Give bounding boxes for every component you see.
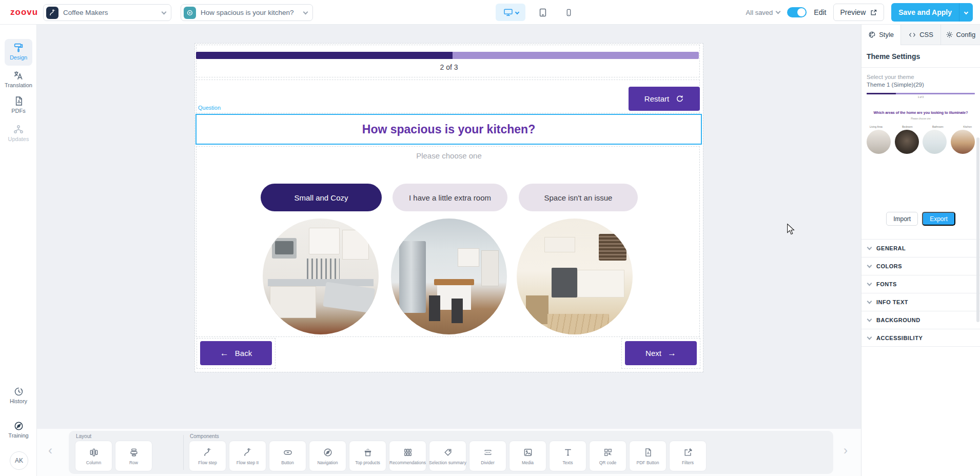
option-little-extra-room[interactable]: I have a little extra room	[393, 184, 507, 211]
accordion-colors[interactable]: COLORS	[861, 257, 980, 275]
panel-tabs: Style CSS Config	[861, 25, 980, 45]
accordion-background[interactable]: BACKGROUND	[861, 311, 980, 329]
sidebar-item-updates[interactable]: Updates	[0, 124, 37, 142]
tab-style[interactable]: Style	[861, 25, 900, 45]
toolbar-item-flow-step[interactable]: Flow step	[189, 441, 226, 471]
toolbar-item-filters[interactable]: Filters	[669, 441, 707, 471]
toolbar-item-qr-code[interactable]: QR code	[589, 441, 626, 471]
next-button[interactable]: Next →	[625, 341, 697, 365]
device-desktop-button[interactable]	[496, 4, 525, 21]
design-workspace: 2 of 3 Restart Question How spacious is …	[37, 25, 861, 476]
accordion-label: COLORS	[876, 263, 902, 269]
toolbar-item-label: Divider	[481, 460, 494, 465]
toolbar-item-pdf-button[interactable]: PDF Button	[629, 441, 667, 471]
media-image-icon	[523, 447, 533, 458]
user-avatar[interactable]: AK	[10, 451, 28, 470]
accordion-label: GENERAL	[876, 245, 906, 251]
sidebar-item-translation[interactable]: Translation	[0, 70, 37, 88]
kitchen-photo-medium[interactable]	[391, 219, 507, 334]
edit-mode-toggle[interactable]	[787, 7, 807, 17]
sidebar-item-label: PDFs	[0, 108, 37, 114]
panel-scrollbar[interactable]	[976, 137, 979, 322]
top-bar: zoovu Coffee Makers How spacious is your…	[0, 0, 980, 25]
navigation-compass-icon	[323, 447, 333, 458]
flow-step-icon	[203, 447, 213, 458]
device-mobile-button[interactable]	[557, 4, 580, 21]
accordion-fonts[interactable]: FONTS	[861, 275, 980, 293]
kitchen-photo-large[interactable]	[517, 219, 633, 334]
edit-filters-icon	[683, 447, 693, 458]
tab-css[interactable]: CSS	[900, 25, 940, 45]
preview-button[interactable]: Preview	[833, 4, 884, 21]
sidebar-item-training[interactable]: Training	[0, 421, 37, 439]
save-status[interactable]: All saved	[746, 9, 780, 16]
theme-sections: GENERAL COLORS FONTS INFO TEXT BACKGROUN…	[861, 239, 980, 347]
sidebar-item-history[interactable]: History	[0, 386, 37, 404]
option-small-and-cozy[interactable]: Small and Cozy	[261, 184, 382, 211]
sidebar-item-label: Translation	[0, 82, 37, 88]
desktop-icon	[503, 7, 514, 17]
toolbar-item-navigation[interactable]: Navigation	[309, 441, 346, 471]
text-icon	[563, 447, 573, 458]
toolbar-item-flow-step-2[interactable]: Flow step II	[229, 441, 266, 471]
theme-select-value[interactable]: Theme 1 (Simple)(29)	[867, 82, 975, 88]
question-icon	[184, 7, 196, 19]
group-divider	[183, 435, 184, 470]
mini-option-label: Bedroom	[902, 125, 912, 128]
toolbar-item-selection-summary[interactable]: Selection summary	[429, 441, 466, 471]
accordion-general[interactable]: GENERAL	[861, 239, 980, 257]
toolbar-item-top-products[interactable]: Top products	[349, 441, 386, 471]
pdf-button-icon	[643, 447, 653, 458]
save-and-apply-label: Save and Apply	[891, 8, 959, 16]
restart-block[interactable]	[196, 80, 700, 113]
style-panel: Style CSS Config Theme Settings Select y…	[861, 25, 980, 476]
theme-preview-thumbnail[interactable]: 1 of 3 Which areas of the home are you l…	[867, 93, 975, 180]
export-button[interactable]: Export	[922, 212, 955, 226]
mini-progress-label: 1 of 3	[867, 96, 975, 98]
component-toolbar: Layout Column Row Components	[69, 431, 833, 474]
sidebar-item-design[interactable]: Design	[0, 42, 37, 61]
save-options-caret[interactable]	[959, 3, 973, 22]
toolbar-item-label: Navigation	[317, 460, 338, 465]
back-button[interactable]: ← Back	[200, 341, 272, 365]
toolbar-item-column[interactable]: Column	[75, 441, 112, 471]
toolbar-item-divider[interactable]: Divider	[469, 441, 506, 471]
toolbar-item-media[interactable]: Media	[509, 441, 546, 471]
panel-heading: Theme Settings	[861, 52, 980, 68]
column-icon	[89, 447, 99, 458]
import-button[interactable]: Import	[886, 212, 918, 226]
step-dropdown[interactable]: How spacious is your kitchen?	[181, 4, 313, 21]
mini-option-labels: Living Area Bedroom Bathroom Kitchen	[867, 125, 975, 128]
option-space-isnt-an-issue[interactable]: Space isn't an issue	[519, 184, 638, 211]
tablet-icon	[538, 7, 548, 18]
toolbar-item-texts[interactable]: Texts	[549, 441, 586, 471]
restart-button[interactable]: Restart	[629, 87, 700, 111]
toolbar-item-recommendations[interactable]: Recommendations	[389, 441, 426, 471]
refresh-icon	[675, 94, 684, 103]
tab-label: CSS	[919, 31, 933, 38]
toolbar-item-row[interactable]: Row	[115, 441, 152, 471]
tab-config[interactable]: Config	[940, 25, 980, 45]
code-icon	[908, 31, 916, 38]
toolbar-scroll-left[interactable]: ‹	[48, 443, 52, 458]
accordion-accessibility[interactable]: ACCESSIBILITY	[861, 329, 980, 347]
mini-option-label: Living Area	[870, 125, 883, 128]
theme-select-label: Select your theme	[867, 74, 975, 80]
kitchen-photo-small[interactable]	[263, 219, 379, 334]
zoovu-logo: zoovu	[10, 7, 38, 17]
sidebar-item-pdfs[interactable]: PDFs	[0, 95, 37, 114]
top-products-icon	[363, 447, 373, 458]
toolbar-scroll-right[interactable]: ›	[844, 443, 848, 458]
project-dropdown[interactable]: Coffee Makers	[43, 4, 171, 21]
palette-icon	[868, 31, 876, 38]
mini-question-title: Which areas of the home are you looking …	[867, 111, 975, 114]
toolbar-item-button[interactable]: Button	[269, 441, 306, 471]
device-tablet-button[interactable]	[532, 4, 554, 21]
progress-block[interactable]	[196, 45, 700, 77]
question-title: How spacious is your kitchen?	[362, 123, 535, 136]
question-title-box[interactable]: How spacious is your kitchen?	[195, 114, 702, 145]
save-and-apply-button[interactable]: Save and Apply	[891, 3, 973, 22]
external-link-icon	[870, 9, 877, 16]
accordion-info-text[interactable]: INFO TEXT	[861, 293, 980, 311]
arrow-left-icon: ←	[220, 348, 229, 359]
